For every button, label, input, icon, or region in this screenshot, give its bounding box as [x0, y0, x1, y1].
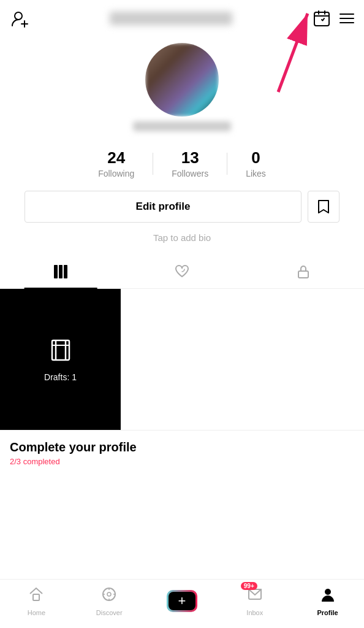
tab-liked[interactable]: [121, 255, 243, 288]
followers-label: Followers: [172, 169, 208, 178]
username-blurred: [133, 121, 231, 131]
profile-icon: [319, 586, 336, 607]
following-count: 24: [107, 148, 125, 167]
edit-profile-button[interactable]: Edit profile: [25, 191, 301, 223]
svg-rect-10: [59, 265, 63, 278]
home-icon: [28, 586, 45, 607]
nav-discover-label: Discover: [96, 609, 123, 616]
nav-create[interactable]: +: [146, 590, 219, 612]
draft-icon: [47, 337, 74, 367]
action-buttons: Edit profile: [0, 191, 364, 223]
avatar-image: [145, 43, 219, 117]
content-tabs: [0, 255, 364, 289]
tab-grid[interactable]: [0, 255, 121, 288]
svg-rect-9: [54, 265, 58, 278]
complete-profile-banner[interactable]: Complete your profile 2/3 completed: [0, 430, 364, 471]
followers-count: 13: [181, 148, 199, 167]
add-user-button[interactable]: [10, 9, 29, 28]
create-button[interactable]: +: [167, 590, 197, 612]
svg-rect-11: [64, 265, 67, 278]
following-stat[interactable]: 24 Following: [80, 148, 153, 178]
svg-point-0: [15, 12, 22, 20]
likes-label: Likes: [246, 169, 266, 178]
tab-private[interactable]: [243, 255, 364, 288]
complete-profile-title: Complete your profile: [10, 440, 354, 454]
avatar[interactable]: [145, 43, 219, 117]
bookmark-button[interactable]: [308, 191, 339, 223]
bottom-navigation: Home Discover +: [0, 579, 364, 628]
nav-inbox[interactable]: 99+ Inbox: [218, 586, 291, 616]
username-display: [29, 12, 313, 25]
nav-inbox-label: Inbox: [246, 609, 263, 616]
nav-profile-label: Profile: [317, 609, 338, 616]
drafts-item[interactable]: Drafts: 1: [0, 289, 121, 430]
inbox-badge: 99+: [241, 582, 257, 590]
bio-placeholder[interactable]: Tap to add bio: [153, 232, 211, 243]
nav-discover[interactable]: Discover: [73, 586, 146, 616]
content-area: Drafts: 1: [0, 289, 364, 430]
complete-profile-progress: 2/3 completed: [10, 457, 354, 466]
drafts-label: Drafts: 1: [44, 372, 77, 382]
header: [0, 0, 364, 37]
likes-count: 0: [251, 148, 260, 167]
svg-rect-17: [33, 594, 39, 600]
followers-stat[interactable]: 13 Followers: [153, 148, 227, 178]
svg-point-19: [107, 592, 111, 596]
likes-stat[interactable]: 0 Likes: [227, 148, 284, 178]
nav-home[interactable]: Home: [0, 586, 73, 616]
svg-rect-13: [52, 340, 69, 360]
discover-icon: [100, 586, 118, 607]
svg-rect-12: [298, 271, 308, 278]
blurred-username: [110, 12, 232, 25]
stats-row: 24 Following 13 Followers 0 Likes: [0, 148, 364, 178]
profile-section: 24 Following 13 Followers 0 Likes Edit p…: [0, 37, 364, 255]
following-label: Following: [98, 169, 134, 178]
nav-home-label: Home: [28, 609, 45, 616]
nav-profile[interactable]: Profile: [291, 586, 364, 616]
calendar-icon-button[interactable]: [313, 9, 331, 28]
svg-point-24: [325, 589, 331, 595]
menu-button[interactable]: [339, 13, 354, 23]
